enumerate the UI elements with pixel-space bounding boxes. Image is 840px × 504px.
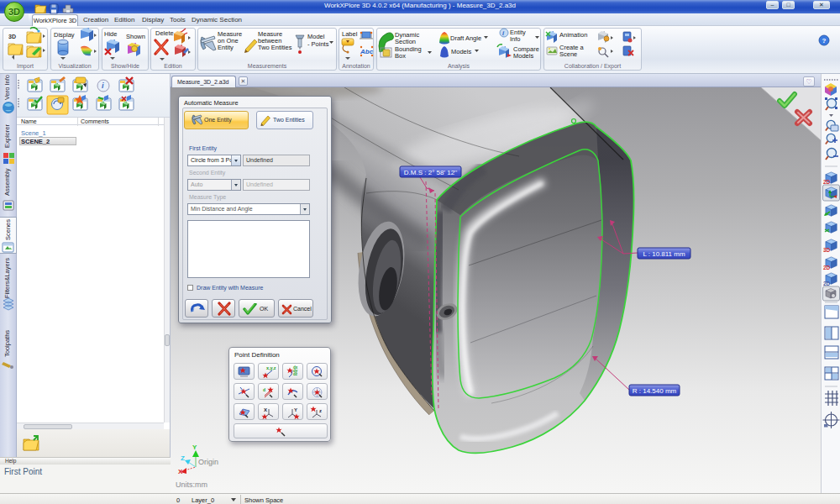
svg-text:Models: Models — [513, 52, 533, 60]
svg-text:Models: Models — [451, 48, 471, 55]
svg-text:Info: Info — [510, 35, 521, 43]
svg-text:?: ? — [822, 37, 827, 45]
svg-text:2D: 2D — [823, 179, 831, 185]
svg-text:Box: Box — [395, 52, 406, 60]
svg-text:Delete: Delete — [155, 29, 174, 37]
svg-text:2D: 2D — [823, 281, 831, 286]
svg-text:D.M.S : 2° 58' 12'': D.M.S : 2° 58' 12'' — [404, 169, 458, 176]
svg-text:Draft Angle: Draft Angle — [450, 34, 481, 42]
svg-text:Section: Section — [395, 38, 416, 45]
svg-text:Hide: Hide — [104, 30, 117, 38]
svg-text:Display: Display — [54, 31, 75, 39]
svg-text:Origin: Origin — [198, 458, 218, 466]
svg-text:Abc: Abc — [360, 48, 374, 55]
svg-text:- Points: - Points — [307, 40, 329, 48]
svg-text:2D: 2D — [823, 265, 831, 270]
svg-text:Y: Y — [192, 444, 197, 451]
svg-text:3D: 3D — [8, 34, 16, 39]
svg-text:R : 14.540 mm: R : 14.540 mm — [633, 387, 677, 395]
svg-text:Label: Label — [342, 30, 358, 38]
svg-text:Scene: Scene — [559, 50, 577, 58]
svg-text:Entity: Entity — [218, 44, 234, 51]
svg-text:Shown: Shown — [126, 33, 145, 40]
svg-text:3D: 3D — [823, 247, 831, 253]
svg-text:Z: Z — [181, 454, 185, 462]
svg-text:L : 10.811 mm: L : 10.811 mm — [643, 250, 685, 258]
svg-text:Animation: Animation — [559, 31, 587, 39]
svg-text:X: X — [178, 468, 183, 475]
svg-text:Model: Model — [307, 33, 325, 40]
svg-text:Two Entities: Two Entities — [258, 44, 292, 51]
